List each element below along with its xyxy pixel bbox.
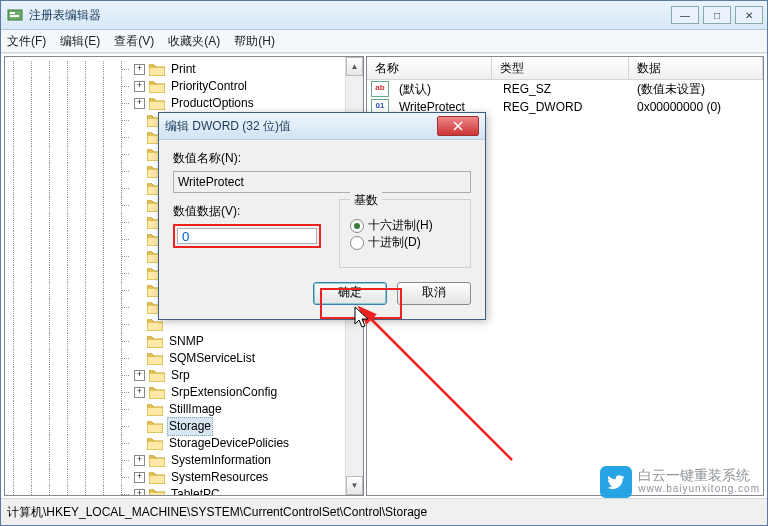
- data-input[interactable]: [177, 228, 317, 244]
- folder-icon: [147, 437, 163, 450]
- tree-item[interactable]: StorageDevicePolicies: [5, 435, 363, 452]
- titlebar[interactable]: 注册表编辑器 — □ ✕: [1, 1, 767, 30]
- col-header-data[interactable]: 数据: [629, 57, 763, 79]
- watermark-line1: 白云一键重装系统: [638, 468, 760, 482]
- folder-icon: [147, 420, 163, 433]
- tree-item-label: SystemResources: [169, 469, 270, 486]
- statusbar: 计算机\HKEY_LOCAL_MACHINE\SYSTEM\CurrentCon…: [1, 498, 767, 525]
- tree-expander-icon[interactable]: +: [134, 387, 145, 398]
- cell-type: REG_SZ: [495, 82, 629, 96]
- watermark-line2: www.baiyunxitong.com: [638, 482, 760, 496]
- window-title: 注册表编辑器: [29, 7, 667, 24]
- watermark: 白云一键重装系统 www.baiyunxitong.com: [600, 466, 760, 498]
- tree-expander-icon[interactable]: +: [134, 64, 145, 75]
- data-label: 数值数据(V):: [173, 203, 321, 220]
- cancel-button[interactable]: 取消: [397, 282, 471, 305]
- scroll-down-button[interactable]: ▼: [346, 476, 363, 495]
- radio-hex-row[interactable]: 十六进制(H): [350, 217, 460, 234]
- tree-item-label: SNMP: [167, 333, 206, 350]
- tree-item[interactable]: SNMP: [5, 333, 363, 350]
- radio-dec[interactable]: [350, 236, 364, 250]
- svg-rect-2: [10, 15, 19, 17]
- tree-expander-icon[interactable]: +: [134, 489, 145, 496]
- edit-dword-dialog: 编辑 DWORD (32 位)值 数值名称(N): WriteProtect 数…: [158, 112, 486, 320]
- folder-icon: [149, 386, 165, 399]
- tree-item[interactable]: Storage: [5, 418, 363, 435]
- tree-expander-icon[interactable]: +: [134, 98, 145, 109]
- tree-item-label: StillImage: [167, 401, 224, 418]
- dialog-title: 编辑 DWORD (32 位)值: [165, 118, 437, 135]
- minimize-button[interactable]: —: [671, 6, 699, 24]
- cell-data: (数值未设置): [629, 81, 713, 98]
- base-fieldset: 基数 十六进制(H) 十进制(D): [339, 199, 471, 268]
- dialog-titlebar[interactable]: 编辑 DWORD (32 位)值: [159, 113, 485, 140]
- tree-item[interactable]: +SrpExtensionConfig: [5, 384, 363, 401]
- tree-item-label: PriorityControl: [169, 78, 249, 95]
- close-button[interactable]: ✕: [735, 6, 763, 24]
- col-header-name[interactable]: 名称: [367, 57, 492, 79]
- radio-dec-row[interactable]: 十进制(D): [350, 234, 460, 251]
- cell-name: (默认): [391, 81, 495, 98]
- cell-data: 0x00000000 (0): [629, 100, 729, 114]
- watermark-badge-icon: [600, 466, 632, 498]
- tree-item-label: Print: [169, 61, 198, 78]
- folder-icon: [149, 80, 165, 93]
- folder-icon: [149, 97, 165, 110]
- svg-rect-1: [10, 12, 15, 14]
- name-field: WriteProtect: [173, 171, 471, 193]
- folder-icon: [147, 352, 163, 365]
- tree-expander-icon[interactable]: +: [134, 81, 145, 92]
- tree-item[interactable]: +ProductOptions: [5, 95, 363, 112]
- tree-item[interactable]: +Print: [5, 61, 363, 78]
- menu-view[interactable]: 查看(V): [114, 33, 154, 50]
- tree-item-label: SystemInformation: [169, 452, 273, 469]
- tree-item-label: Storage: [167, 417, 213, 436]
- folder-icon: [149, 454, 165, 467]
- tree-item[interactable]: +Srp: [5, 367, 363, 384]
- dialog-body: 数值名称(N): WriteProtect 数值数据(V): 基数 十六进制(H…: [159, 140, 485, 319]
- tree-item[interactable]: StillImage: [5, 401, 363, 418]
- menu-file[interactable]: 文件(F): [7, 33, 46, 50]
- menu-edit[interactable]: 编辑(E): [60, 33, 100, 50]
- tree-item[interactable]: +SystemResources: [5, 469, 363, 486]
- tree-item-label: ProductOptions: [169, 95, 256, 112]
- menu-favorites[interactable]: 收藏夹(A): [168, 33, 220, 50]
- app-icon: [7, 7, 23, 23]
- radio-hex-label: 十六进制(H): [368, 217, 433, 234]
- tree-item-label: SQMServiceList: [167, 350, 257, 367]
- base-legend: 基数: [350, 192, 382, 209]
- folder-icon: [147, 403, 163, 416]
- maximize-button[interactable]: □: [703, 6, 731, 24]
- list-row[interactable]: ab(默认)REG_SZ(数值未设置): [367, 80, 763, 98]
- scroll-up-button[interactable]: ▲: [346, 57, 363, 76]
- tree-item[interactable]: +TabletPC: [5, 486, 363, 496]
- tree-item-label: SrpExtensionConfig: [169, 384, 279, 401]
- menubar: 文件(F) 编辑(E) 查看(V) 收藏夹(A) 帮助(H): [1, 30, 767, 53]
- watermark-text: 白云一键重装系统 www.baiyunxitong.com: [638, 468, 760, 496]
- tree-expander-icon[interactable]: +: [134, 370, 145, 381]
- radio-dec-label: 十进制(D): [368, 234, 421, 251]
- folder-icon: [149, 369, 165, 382]
- tree-item[interactable]: +PriorityControl: [5, 78, 363, 95]
- tree-expander-icon[interactable]: +: [134, 455, 145, 466]
- tree-item[interactable]: +SystemInformation: [5, 452, 363, 469]
- value-type-icon: ab: [371, 81, 389, 97]
- folder-icon: [149, 63, 165, 76]
- ok-button[interactable]: 确定: [313, 282, 387, 305]
- data-highlight: [173, 224, 321, 248]
- tree-expander-icon[interactable]: +: [134, 472, 145, 483]
- cell-type: REG_DWORD: [495, 100, 629, 114]
- folder-icon: [149, 471, 165, 484]
- menu-help[interactable]: 帮助(H): [234, 33, 275, 50]
- col-header-type[interactable]: 类型: [492, 57, 629, 79]
- radio-hex[interactable]: [350, 219, 364, 233]
- list-header: 名称 类型 数据: [367, 57, 763, 80]
- tree-item-label: Srp: [169, 367, 192, 384]
- tree-item-label: StorageDevicePolicies: [167, 435, 291, 452]
- folder-icon: [149, 488, 165, 496]
- window-buttons: — □ ✕: [667, 6, 763, 24]
- name-label: 数值名称(N):: [173, 150, 471, 167]
- dialog-close-button[interactable]: [437, 116, 479, 136]
- tree-item[interactable]: SQMServiceList: [5, 350, 363, 367]
- statusbar-path: 计算机\HKEY_LOCAL_MACHINE\SYSTEM\CurrentCon…: [7, 504, 427, 521]
